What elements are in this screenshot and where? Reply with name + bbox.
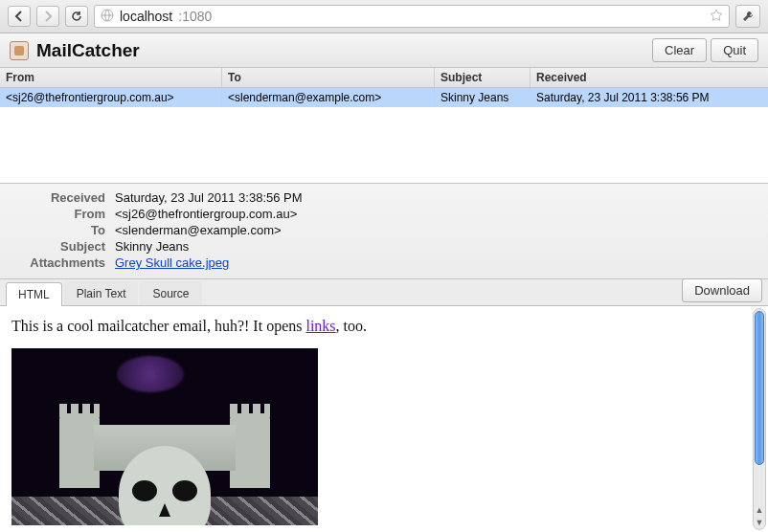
app-header: MailCatcher Clear Quit [0,33,768,68]
label-subject: Subject [10,239,105,254]
val-received: Saturday, 23 Jul 2011 3:38:56 PM [115,190,303,205]
label-attachments: Attachments [10,255,105,270]
url-bar[interactable]: localhost:1080 [94,5,730,28]
reload-button[interactable] [65,6,88,27]
bookmark-star-icon[interactable] [710,9,723,25]
scrollbar-thumb[interactable] [755,311,764,465]
mailcatcher-app: MailCatcher Clear Quit From To Subject R… [0,33,768,532]
row-subject: Skinny Jeans [435,88,531,107]
label-received: Received [10,190,105,205]
label-from: From [10,207,105,221]
row-received: Saturday, 23 Jul 2011 3:38:56 PM [531,88,768,107]
tab-html[interactable]: HTML [6,282,62,306]
body-paragraph: This is a cool mailcatcher email, huh?! … [11,318,757,335]
tab-source[interactable]: Source [140,281,201,305]
message-list-header: From To Subject Received [0,68,768,88]
wrench-menu-button[interactable] [735,5,760,28]
col-subject[interactable]: Subject [435,68,531,87]
label-to: To [10,223,105,237]
scroll-up-icon[interactable]: ▲ [754,504,765,516]
col-received[interactable]: Received [531,68,768,87]
scrollbar[interactable]: ▲ ▼ [753,308,766,530]
browser-toolbar: localhost:1080 [0,0,768,33]
tab-plain-text[interactable]: Plain Text [64,281,139,305]
body-text-after: , too. [336,318,367,334]
back-button[interactable] [8,6,31,27]
url-host: localhost [120,9,172,24]
forward-button[interactable] [36,6,59,27]
col-from[interactable]: From [0,68,222,87]
col-to[interactable]: To [222,68,435,87]
quit-button[interactable]: Quit [711,38,758,62]
body-text-before: This is a cool mailcatcher email, huh?! … [11,318,305,334]
view-tabs: HTML Plain Text Source Download [0,279,768,306]
body-link[interactable]: links [305,318,335,334]
message-row[interactable]: <sj26@thefrontiergroup.com.au> <slenderm… [0,88,768,107]
mailcatcher-logo-icon [10,41,29,60]
message-body: This is a cool mailcatcher email, huh?! … [0,306,768,532]
site-icon [101,9,114,25]
row-to: <slenderman@example.com> [222,88,435,107]
attachment-link[interactable]: Grey Skull cake.jpeg [115,255,229,270]
app-title: MailCatcher [36,40,140,61]
message-details: ReceivedSaturday, 23 Jul 2011 3:38:56 PM… [0,184,768,279]
val-to: <slenderman@example.com> [115,223,282,237]
val-from: <sj26@thefrontiergroup.com.au> [115,207,297,221]
row-from: <sj26@thefrontiergroup.com.au> [0,88,222,107]
clear-button[interactable]: Clear [652,38,707,62]
scroll-down-icon[interactable]: ▼ [754,517,765,528]
message-list: <sj26@thefrontiergroup.com.au> <slenderm… [0,88,768,184]
val-subject: Skinny Jeans [115,239,189,254]
download-button[interactable]: Download [682,278,762,302]
attachment-image [11,348,318,525]
url-port: :1080 [178,9,212,24]
